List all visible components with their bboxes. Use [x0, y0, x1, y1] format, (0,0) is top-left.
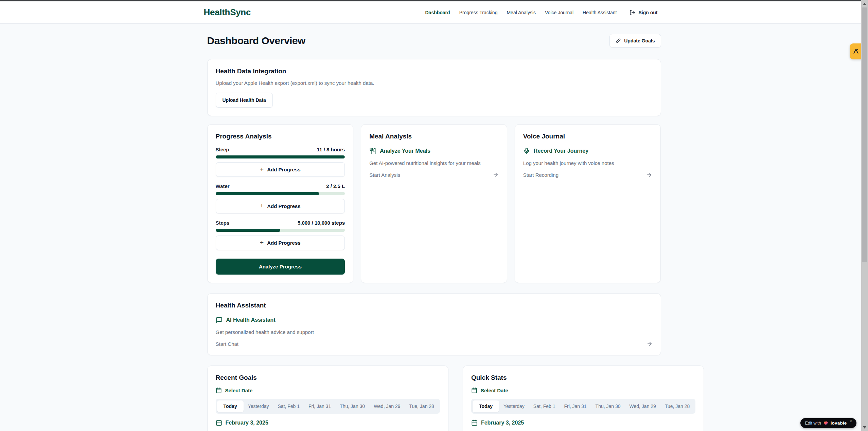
date-tab-fri-jan-31[interactable]: Fri, Jan 31: [560, 400, 591, 412]
health-data-integration-card: Health Data Integration Upload your Appl…: [207, 59, 661, 116]
edit-with-label: Edit with: [805, 421, 821, 426]
window-top-strip: [0, 0, 861, 1]
calendar-icon: [471, 419, 478, 426]
date-tab-tue-jan-28[interactable]: Tue, Jan 28: [405, 400, 438, 412]
triangle-down-icon: [863, 426, 866, 429]
add-progress-sleep-button[interactable]: + Add Progress: [216, 162, 345, 177]
metric-sleep-progressbar: [216, 155, 345, 158]
date-tab-sat-feb-1[interactable]: Sat, Feb 1: [529, 400, 560, 412]
add-progress-label: Add Progress: [267, 167, 300, 172]
scrollbar-up-button[interactable]: [861, 1, 868, 7]
quick-stats-current-date[interactable]: February 3, 2025: [471, 419, 695, 426]
progress-analysis-card: Progress Analysis Sleep 11 / 8 hours + A…: [207, 124, 354, 283]
metric-water-progressbar: [216, 192, 345, 195]
add-progress-label: Add Progress: [267, 240, 300, 246]
metric-sleep-value: 11 / 8 hours: [317, 147, 345, 152]
calendar-icon: [216, 387, 222, 393]
microphone-icon: [523, 148, 530, 154]
date-tab-thu-jan-30[interactable]: Thu, Jan 30: [591, 400, 625, 412]
select-date-label: Select Date: [481, 388, 508, 393]
main-nav: Dashboard Progress Tracking Meal Analysi…: [425, 10, 658, 16]
add-progress-water-button[interactable]: + Add Progress: [216, 199, 345, 213]
upload-health-data-button[interactable]: Upload Health Data: [216, 93, 273, 108]
voice-title: Voice Journal: [523, 133, 653, 140]
calendar-icon: [216, 419, 222, 426]
nav-dashboard[interactable]: Dashboard: [425, 10, 450, 15]
logout-icon: [630, 10, 636, 16]
meal-description: Get AI-powered nutritional insights for …: [369, 160, 499, 166]
assistant-description: Get personalized health advice and suppo…: [216, 329, 653, 335]
integration-description: Upload your Apple Health export (export.…: [216, 80, 653, 86]
calendar-icon: [471, 387, 477, 393]
date-tab-wed-jan-29[interactable]: Wed, Jan 29: [625, 400, 660, 412]
health-assistant-card: Health Assistant AI Health Assistant Get…: [207, 293, 661, 355]
date-tab-yesterday[interactable]: Yesterday: [244, 400, 273, 412]
metric-water-value: 2 / 2.5 L: [326, 183, 345, 189]
lovable-dev-badge[interactable]: [850, 43, 862, 59]
edit-with-lovable-badge[interactable]: Edit with lovable ×: [800, 418, 856, 428]
metric-sleep: Sleep 11 / 8 hours + Add Progress: [216, 147, 345, 177]
add-progress-label: Add Progress: [267, 203, 300, 209]
pencil-icon: [616, 38, 621, 43]
page-head: Dashboard Overview Update Goals: [207, 34, 661, 48]
recent-goals-title: Recent Goals: [216, 374, 440, 381]
signout-button[interactable]: Sign out: [630, 10, 658, 16]
date-tab-today[interactable]: Today: [473, 400, 499, 412]
add-progress-steps-button[interactable]: + Add Progress: [216, 236, 345, 250]
date-tab-wed-jan-29[interactable]: Wed, Jan 29: [369, 400, 405, 412]
metric-steps-label: Steps: [216, 220, 230, 226]
nav-meal-analysis[interactable]: Meal Analysis: [507, 10, 536, 15]
utensils-icon: [369, 148, 376, 154]
meal-analysis-card: Meal Analysis Analyze Your Meals Get AI-…: [361, 124, 507, 283]
date-tab-thu-jan-30[interactable]: Thu, Jan 30: [335, 400, 369, 412]
arrow-right-icon: [646, 172, 652, 178]
metric-steps: Steps 5,000 / 10,000 steps + Add Progres…: [216, 220, 345, 250]
start-chat-action[interactable]: Start Chat: [216, 341, 653, 347]
start-recording-action[interactable]: Start Recording: [523, 172, 653, 178]
analyze-progress-button[interactable]: Analyze Progress: [216, 259, 345, 275]
dashboard-main: Dashboard Overview Update Goals Health D…: [207, 0, 661, 431]
nav-health-assistant[interactable]: Health Assistant: [583, 10, 617, 15]
progress-title: Progress Analysis: [216, 133, 345, 140]
nav-progress-tracking[interactable]: Progress Tracking: [459, 10, 498, 15]
ai-health-assistant-link[interactable]: AI Health Assistant: [216, 317, 653, 323]
update-goals-button[interactable]: Update Goals: [609, 34, 661, 48]
quick-stats-card: Quick Stats Select Date Today Yesterday …: [463, 366, 704, 431]
close-icon[interactable]: ×: [850, 419, 852, 423]
start-analysis-label: Start Analysis: [369, 172, 400, 178]
current-date-label: February 3, 2025: [226, 420, 268, 426]
date-tab-tue-jan-28[interactable]: Tue, Jan 28: [660, 400, 694, 412]
scrollbar-down-button[interactable]: [861, 424, 868, 430]
nav-voice-journal[interactable]: Voice Journal: [545, 10, 573, 15]
record-your-journey-link[interactable]: Record Your Journey: [523, 148, 653, 154]
vertical-scrollbar[interactable]: [861, 0, 868, 431]
integration-title: Health Data Integration: [216, 68, 653, 75]
quick-stats-date-tabs: Today Yesterday Sat, Feb 1 Fri, Jan 31 T…: [471, 399, 695, 414]
date-tab-sat-feb-1[interactable]: Sat, Feb 1: [273, 400, 304, 412]
app-header: HealthSync Dashboard Progress Tracking M…: [0, 1, 861, 24]
lovable-brand-label: lovable: [831, 420, 847, 426]
quick-stats-select-date[interactable]: Select Date: [471, 387, 695, 393]
scrollbar-thumb[interactable]: [862, 7, 867, 262]
arrow-right-icon: [646, 341, 653, 347]
recent-goals-card: Recent Goals Select Date Today Yesterday…: [207, 366, 448, 431]
date-tab-today[interactable]: Today: [217, 400, 244, 412]
select-date-label: Select Date: [225, 388, 253, 393]
record-your-journey-label: Record Your Journey: [534, 148, 588, 154]
signout-label: Sign out: [639, 10, 658, 15]
arrow-right-icon: [493, 172, 499, 178]
analyze-your-meals-link[interactable]: Analyze Your Meals: [369, 148, 499, 154]
start-analysis-action[interactable]: Start Analysis: [369, 172, 499, 178]
bottom-grid: Recent Goals Select Date Today Yesterday…: [207, 366, 661, 431]
start-recording-label: Start Recording: [523, 172, 559, 178]
plus-icon: +: [260, 203, 264, 209]
date-tab-fri-jan-31[interactable]: Fri, Jan 31: [304, 400, 335, 412]
recent-goals-current-date[interactable]: February 3, 2025: [216, 419, 440, 426]
analyze-your-meals-label: Analyze Your Meals: [380, 148, 430, 154]
recent-goals-date-tabs: Today Yesterday Sat, Feb 1 Fri, Jan 31 T…: [216, 399, 440, 414]
meal-title: Meal Analysis: [369, 133, 499, 140]
date-tab-yesterday[interactable]: Yesterday: [499, 400, 529, 412]
recent-goals-select-date[interactable]: Select Date: [216, 387, 440, 393]
app-logo[interactable]: HealthSync: [204, 7, 251, 18]
current-date-label: February 3, 2025: [481, 420, 524, 426]
